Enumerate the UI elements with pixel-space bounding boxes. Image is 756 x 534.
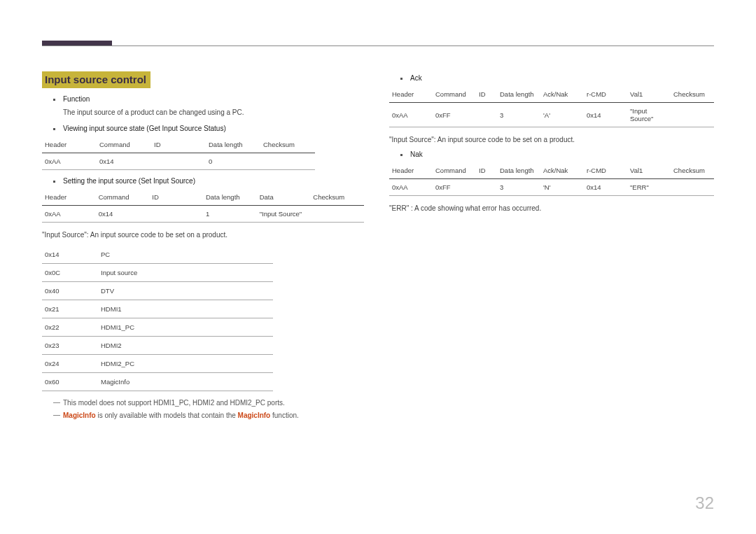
td: Input source <box>98 264 273 282</box>
viewing-state-bullet: Viewing input source state (Get Input So… <box>53 125 367 132</box>
td: 0xAA <box>42 153 97 170</box>
th: Ack/Nak <box>540 86 584 103</box>
th: Command <box>96 189 150 206</box>
td: DTV <box>98 282 273 300</box>
td <box>310 206 364 223</box>
td <box>260 153 315 170</box>
td <box>671 179 714 196</box>
td: "Input Source" <box>627 103 671 127</box>
magicinfo-keyword: MagicInfo <box>238 412 271 419</box>
function-description: The input source of a product can be cha… <box>63 107 367 118</box>
ack-bullet: Ack <box>400 74 714 82</box>
td: "Input Source" <box>257 206 311 223</box>
th: r-CMD <box>584 86 627 103</box>
td <box>476 179 497 196</box>
input-source-note: "Input Source": An input source code to … <box>42 230 367 240</box>
td: 'A' <box>540 103 584 127</box>
td: 0xAA <box>389 179 433 196</box>
td: "ERR" <box>627 179 671 196</box>
th: Header <box>42 136 97 153</box>
td: 0x23 <box>42 337 98 355</box>
td: PC <box>98 246 273 264</box>
th: ID <box>151 136 206 153</box>
td <box>149 206 203 223</box>
th: Checksum <box>671 162 714 179</box>
err-note: "ERR" : A code showing what error has oc… <box>389 203 714 213</box>
chapter-underline <box>42 45 714 46</box>
td: 0x14 <box>42 246 98 264</box>
td: HDMI1_PC <box>98 318 273 337</box>
th: Data length <box>206 136 260 153</box>
th: Header <box>389 162 433 179</box>
setting-source-bullet: Setting the input source (Set Input Sour… <box>53 177 367 185</box>
magicinfo-keyword: MagicInfo <box>63 412 96 419</box>
td: 0xAA <box>389 103 433 127</box>
th: Data length <box>203 189 257 206</box>
ack-note: "Input Source": An input source code to … <box>389 134 714 145</box>
td: 3 <box>497 103 540 127</box>
ack-table: Header Command ID Data length Ack/Nak r-… <box>389 86 714 127</box>
td: 0x40 <box>42 282 98 300</box>
right-column: Ack Header Command ID Data length Ack/Na… <box>389 71 714 421</box>
td: 0x14 <box>96 206 150 223</box>
td: 0x24 <box>42 355 98 373</box>
function-bullet: Function <box>53 95 367 103</box>
function-label: Function <box>63 95 90 103</box>
nak-bullet: Nak <box>400 150 714 158</box>
td: 0xFF <box>433 179 476 196</box>
td: HDMI2 <box>98 337 273 355</box>
td: 0 <box>206 153 260 170</box>
th: Data length <box>497 86 540 103</box>
th: ID <box>476 162 497 179</box>
td: 0x21 <box>42 300 98 318</box>
section-title: Input source control <box>42 71 150 88</box>
th: Data length <box>497 162 540 179</box>
th: r-CMD <box>584 162 627 179</box>
td: 0x60 <box>42 373 98 391</box>
td: 0x0C <box>42 264 98 282</box>
td: 0x14 <box>584 103 627 127</box>
td: HDMI2_PC <box>98 355 273 373</box>
page-content: Input source control Function The input … <box>42 71 714 421</box>
th: Command <box>433 162 476 179</box>
nak-table: Header Command ID Data length Ack/Nak r-… <box>389 162 714 196</box>
td <box>151 153 206 170</box>
th: Checksum <box>671 86 714 103</box>
th: Header <box>389 86 433 103</box>
td: 0x14 <box>97 153 151 170</box>
td <box>671 103 714 127</box>
source-codes-table: 0x14PC 0x0CInput source 0x40DTV 0x21HDMI… <box>42 246 273 391</box>
set-source-table: Header Command ID Data length Data Check… <box>42 189 364 223</box>
page-number: 32 <box>695 493 714 513</box>
td: 3 <box>497 179 540 196</box>
footnote-text: function. <box>270 412 299 419</box>
left-column: Input source control Function The input … <box>42 71 367 421</box>
footnote-magicinfo: MagicInfo is only available with models … <box>53 411 367 421</box>
td <box>476 103 497 127</box>
td: 0x22 <box>42 318 98 337</box>
th: Header <box>42 189 96 206</box>
th: ID <box>476 86 497 103</box>
th: Val1 <box>627 86 671 103</box>
td: HDMI1 <box>98 300 273 318</box>
td: 0xFF <box>433 103 476 127</box>
th: Command <box>97 136 151 153</box>
th: Checksum <box>310 189 364 206</box>
th: Checksum <box>260 136 315 153</box>
td: 1 <box>203 206 257 223</box>
td: 0xAA <box>42 206 96 223</box>
th: Data <box>257 189 311 206</box>
th: Ack/Nak <box>540 162 584 179</box>
td: 'N' <box>540 179 584 196</box>
td: 0x14 <box>584 179 627 196</box>
td: MagicInfo <box>98 373 273 391</box>
footnote-text: is only available with models that conta… <box>96 412 238 419</box>
th: Command <box>433 86 476 103</box>
th: Val1 <box>627 162 671 179</box>
get-status-table: Header Command ID Data length Checksum 0… <box>42 136 315 170</box>
th: ID <box>149 189 203 206</box>
footnote-hdmi: This model does not support HDMI1_PC, HD… <box>53 398 367 408</box>
